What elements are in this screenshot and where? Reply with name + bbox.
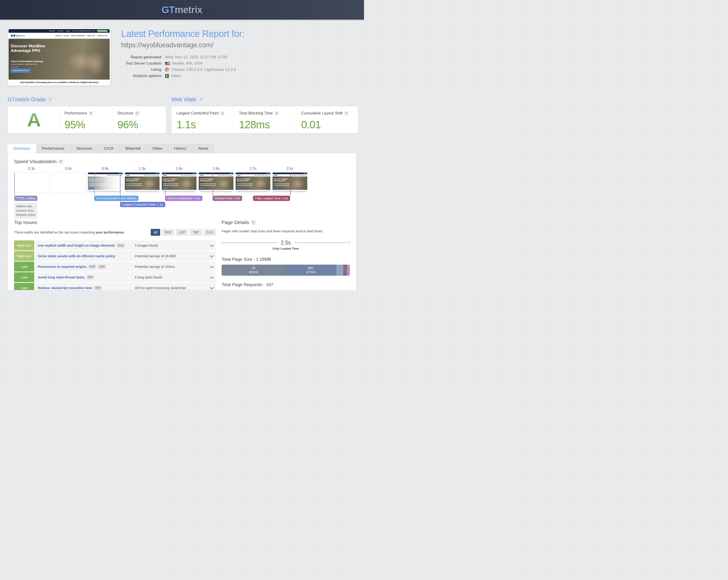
gtmetrix-grade-card: A Performance ? 95% Structure ? 96% bbox=[8, 106, 166, 133]
tab-alerts[interactable]: Alerts bbox=[192, 144, 214, 153]
page-details-heading: Page Details ? bbox=[222, 220, 350, 225]
web-vital-label: Cumulative Layout Shift? bbox=[301, 111, 356, 116]
gtmetrix-logo: GTmetrix bbox=[162, 4, 202, 16]
performance-metric: Performance ? 95% bbox=[60, 106, 113, 133]
issue-title-link[interactable]: Reduce JavaScript execution time bbox=[38, 286, 92, 290]
help-icon[interactable]: ? bbox=[275, 111, 279, 115]
chevron-down-icon[interactable] bbox=[210, 253, 214, 257]
filter-lcp-button[interactable]: LCP bbox=[176, 229, 188, 236]
issue-tag-cls: CLS bbox=[117, 243, 124, 248]
issue-value: Potential savings of 155ms bbox=[135, 265, 210, 269]
desc-suffix: . bbox=[124, 230, 125, 234]
severity-badge: Low bbox=[14, 261, 34, 272]
issue-list: Med-LowUse explicit width and height on … bbox=[14, 240, 216, 290]
desc-bold: your performance bbox=[96, 230, 124, 234]
chrome-icon bbox=[165, 67, 169, 72]
section-headings: GTmetrix Grade ? Web Vitals ? bbox=[8, 96, 356, 106]
tab-video[interactable]: Video bbox=[147, 144, 168, 153]
timing-markers: TTFB: 174msRedirect: 0msConnect: 51msBac… bbox=[14, 172, 307, 220]
help-icon[interactable]: ? bbox=[220, 111, 224, 115]
thumb-navbar: WyoBLUE ADVANTAGE BASICS PLANS FIND A PR… bbox=[8, 33, 110, 39]
performance-value: 95% bbox=[64, 118, 110, 131]
frame-time-label: 1.9s bbox=[199, 167, 233, 172]
help-icon[interactable]: ? bbox=[199, 98, 203, 102]
thumb-topbar-item: Providers bbox=[57, 30, 64, 32]
bar-segment bbox=[343, 265, 347, 276]
tab-structure[interactable]: Structure bbox=[70, 144, 98, 153]
help-icon[interactable]: ? bbox=[251, 220, 256, 225]
help-icon[interactable]: ? bbox=[89, 111, 93, 115]
chevron-down-icon[interactable] bbox=[210, 285, 214, 289]
total-page-requests-title: Total Page Requests - 167 bbox=[222, 282, 350, 287]
report-field-value: ▶Video bbox=[165, 74, 181, 78]
issue-tag-lcp: LCP bbox=[98, 265, 106, 269]
issue-title-link[interactable]: Serve static assets with an efficient ca… bbox=[38, 254, 115, 258]
frame-time-label: 0.6s bbox=[51, 167, 86, 172]
ruler-cap bbox=[349, 241, 350, 245]
gtmetrix-grade-heading-text: GTmetrix Grade bbox=[8, 96, 46, 103]
segment-label: JS bbox=[252, 266, 255, 270]
report-field-label: Using: bbox=[121, 67, 165, 72]
first-contentful-paint-marker-line bbox=[94, 172, 95, 196]
filter-all-button[interactable]: All bbox=[151, 229, 160, 236]
tab-history[interactable]: History bbox=[168, 144, 192, 153]
frame-time-label: 2.2s bbox=[236, 167, 270, 172]
ruler-line bbox=[294, 242, 349, 243]
issue-tag-tbt: TBT bbox=[94, 286, 102, 290]
issue-row[interactable]: LowPreconnect to required originsFCPLCPP… bbox=[14, 261, 216, 272]
fully-loaded-time-label: Fully Loaded Time bbox=[222, 247, 350, 250]
chevron-down-icon[interactable] bbox=[210, 264, 214, 268]
frame-time-label: 0.9s bbox=[88, 167, 123, 172]
detail-line: Backend: 123ms bbox=[17, 213, 35, 217]
report-info: Latest Performance Report for: https://w… bbox=[121, 28, 356, 78]
frame-time-label: 0.3s bbox=[14, 167, 49, 172]
bar-segment-img: IMG477KB bbox=[285, 265, 336, 276]
filter-cls-button[interactable]: CLS bbox=[204, 229, 216, 236]
logo-metrix: metrix bbox=[175, 4, 202, 15]
report-field-text: Wed, Nov 12, 2025 11:07 PM -0700 bbox=[165, 55, 227, 59]
largest-contentful-paint-marker-line bbox=[120, 172, 121, 202]
issue-title-link[interactable]: Use explicit width and height on image e… bbox=[38, 244, 115, 247]
tab-crux[interactable]: CrUX bbox=[98, 144, 120, 153]
filter-tbt-button[interactable]: TBT bbox=[190, 229, 202, 236]
issue-row[interactable]: LowReduce JavaScript execution timeTBT40… bbox=[14, 283, 216, 290]
issue-title-link[interactable]: Avoid long main-thread tasks bbox=[38, 275, 85, 279]
speed-visualization-heading-text: Speed Visualization bbox=[14, 159, 56, 164]
issue-row[interactable]: Med-LowUse explicit width and height on … bbox=[14, 240, 216, 250]
web-vital-value: 128ms bbox=[239, 118, 293, 131]
thumb-topbar-item: Agents bbox=[66, 30, 70, 32]
structure-label: Structure bbox=[118, 111, 133, 116]
chevron-down-icon[interactable] bbox=[210, 243, 214, 247]
report-field-text: Seattle, WA, USA bbox=[172, 61, 203, 66]
chevron-down-icon[interactable] bbox=[210, 275, 214, 279]
issue-title-link[interactable]: Preconnect to required origins bbox=[38, 265, 86, 269]
segment-label: IMG bbox=[308, 266, 314, 270]
total-page-size-title: Total Page Size - 1.18MB bbox=[222, 257, 350, 262]
help-icon[interactable]: ? bbox=[344, 111, 348, 115]
issue-tag-tbt: TBT bbox=[86, 275, 94, 279]
issue-row[interactable]: Med-LowServe static assets with an effic… bbox=[14, 251, 216, 261]
report-field-value: Seattle, WA, USA bbox=[165, 61, 203, 66]
largest-contentful-paint-badge: Largest Contentful Paint: 1.1s bbox=[120, 202, 165, 207]
help-icon[interactable]: ? bbox=[59, 159, 63, 164]
fully-loaded-time-value: 2.5s bbox=[278, 240, 294, 246]
web-vitals-card: Largest Contentful Paint?1.1sTotal Block… bbox=[171, 106, 358, 133]
report-fields: Report generated:Wed, Nov 12, 2025 11:07… bbox=[121, 55, 356, 78]
tab-summary[interactable]: Summary bbox=[8, 144, 36, 153]
web-vital-label: Total Blocking Time? bbox=[239, 111, 293, 116]
tab-waterfall[interactable]: Waterfall bbox=[120, 144, 147, 153]
frame-time-label: 1.3s bbox=[125, 167, 159, 172]
top-issues-heading: Top Issues bbox=[14, 220, 216, 225]
thumb-hero-line: TTY: 711 bbox=[11, 66, 18, 68]
report-field-value: Chrome 125.0.0.0, Lighthouse 12.3.0 bbox=[165, 67, 236, 72]
thumb-caption: 2026 WyoBlue Advantage plans are availab… bbox=[8, 80, 110, 85]
issue-row[interactable]: LowAvoid long main-thread tasksTBT6 long… bbox=[14, 272, 216, 282]
fully-loaded-time-marker-line bbox=[290, 172, 291, 196]
help-icon[interactable]: ? bbox=[135, 111, 139, 115]
report-url: https://wyoblueadvantage.com/ bbox=[121, 41, 356, 49]
help-icon[interactable]: ? bbox=[48, 98, 52, 102]
tab-performance[interactable]: Performance bbox=[36, 144, 70, 153]
issue-row-body: Avoid long main-thread tasksTBT6 long ta… bbox=[34, 272, 216, 282]
filter-fcp-button[interactable]: FCP bbox=[162, 229, 174, 236]
issue-filters: AllFCPLCPTBTCLS bbox=[151, 229, 216, 236]
